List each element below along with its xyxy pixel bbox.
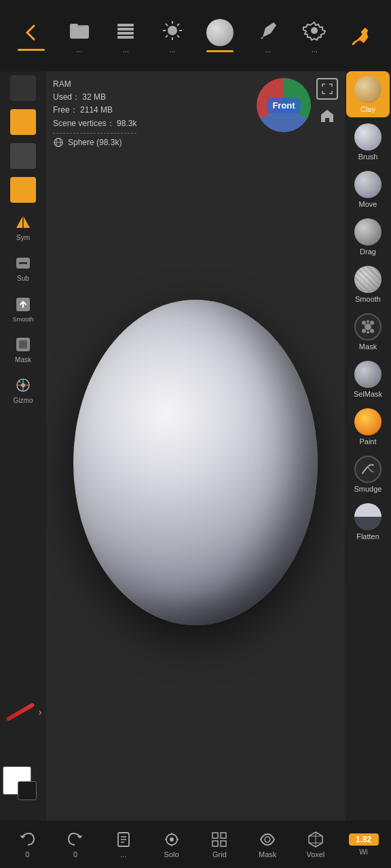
bottom-toolbar: 0 0 ... Solo <box>0 821 391 868</box>
smooth-left-button[interactable]: Smooth <box>3 288 43 329</box>
smooth-tool-button[interactable]: Smooth <box>346 261 390 307</box>
svg-point-37 <box>370 329 374 333</box>
svg-point-36 <box>362 329 366 333</box>
mask-left-button[interactable]: Mask <box>3 329 43 370</box>
pen-button[interactable]: ... <box>256 18 280 54</box>
material-button[interactable] <box>206 19 234 52</box>
flatten-tool-button[interactable]: Flatten <box>346 498 390 545</box>
layers-button[interactable]: ... <box>113 18 138 54</box>
svg-point-45 <box>170 837 174 842</box>
mask-bottom-button[interactable]: Mask <box>249 831 286 859</box>
color-swatch-2[interactable] <box>10 109 36 135</box>
svg-point-33 <box>365 323 371 330</box>
expand-button[interactable] <box>316 78 338 100</box>
move-tool-button[interactable]: Move <box>346 166 390 212</box>
color-preview-area[interactable] <box>3 756 43 800</box>
orientation-gizmo[interactable]: Front <box>257 78 311 132</box>
folder-button[interactable]: ... <box>67 18 92 54</box>
model-info: Sphere (98.3k) <box>53 136 136 149</box>
right-sidebar: Clay Brush Move Drag Smooth <box>345 71 391 821</box>
sym-button[interactable]: Sym <box>3 207 43 248</box>
wi-value-button[interactable]: 1.82 Wi <box>345 833 382 856</box>
sphere-mesh <box>73 300 318 625</box>
grid-button[interactable]: Grid <box>201 831 238 859</box>
tools-button[interactable] <box>349 24 373 48</box>
svg-point-28 <box>21 383 25 387</box>
vertices-info: Scene vertices： 98.3k <box>53 117 136 130</box>
svg-rect-1 <box>70 24 78 28</box>
svg-line-13 <box>177 24 179 26</box>
svg-line-11 <box>166 24 168 26</box>
top-toolbar: ... ... ... <box>0 0 391 71</box>
svg-line-15 <box>261 37 263 39</box>
svg-point-16 <box>311 27 318 34</box>
svg-rect-4 <box>117 32 134 35</box>
svg-rect-50 <box>212 833 218 838</box>
color-swatch-3[interactable] <box>10 143 36 169</box>
color-swatch-4[interactable] <box>10 177 36 203</box>
clay-tool-button[interactable]: Clay <box>346 71 390 117</box>
color-fg-swatch <box>18 781 37 800</box>
mesh-icon <box>53 137 64 148</box>
info-panel: RAM Used： 32 MB Free： 2114 MB Scene vert… <box>53 78 136 149</box>
svg-line-12 <box>177 35 179 37</box>
gizmo-button[interactable]: Gizmo <box>3 370 43 410</box>
svg-point-39 <box>367 331 369 334</box>
svg-point-54 <box>265 837 270 842</box>
paint-tool-button[interactable]: Paint <box>346 403 390 450</box>
lighting-button[interactable]: ... <box>160 18 185 54</box>
selmask-tool-button[interactable]: SelMask <box>346 356 390 402</box>
smudge-tool-button[interactable]: Smudge <box>346 451 390 497</box>
home-button[interactable] <box>316 105 338 127</box>
free-info: Free： 2114 MB <box>53 104 136 117</box>
svg-rect-53 <box>221 841 226 846</box>
svg-line-29 <box>19 381 20 382</box>
color-swatch-1[interactable] <box>10 75 36 101</box>
svg-rect-24 <box>19 340 27 349</box>
canvas-area[interactable]: RAM Used： 32 MB Free： 2114 MB Scene vert… <box>46 71 345 821</box>
svg-point-34 <box>362 321 366 325</box>
svg-point-35 <box>370 321 374 325</box>
svg-rect-3 <box>117 28 134 31</box>
brush-stroke-preview <box>5 703 35 722</box>
svg-line-17 <box>353 41 356 44</box>
svg-rect-5 <box>117 36 134 39</box>
back-button[interactable] <box>18 20 45 51</box>
sub-button[interactable]: Sub <box>3 248 43 288</box>
ram-label: RAM <box>53 78 136 91</box>
used-info: Used： 32 MB <box>53 91 136 104</box>
voxel-button[interactable]: Voxel <box>297 831 334 859</box>
svg-point-38 <box>367 320 369 323</box>
brush-tool-button[interactable]: Brush <box>346 119 390 165</box>
solo-button[interactable]: Solo <box>153 831 190 859</box>
drag-tool-button[interactable]: Drag <box>346 214 390 260</box>
redo-button[interactable]: 0 <box>57 831 94 859</box>
scene-button[interactable]: ... <box>105 831 142 859</box>
svg-line-14 <box>166 35 168 37</box>
brush-expand-arrow: › <box>39 707 42 717</box>
svg-rect-52 <box>212 841 218 846</box>
settings-button[interactable]: ... <box>302 18 327 54</box>
svg-point-6 <box>168 26 177 35</box>
undo-button[interactable]: 0 <box>9 831 46 859</box>
svg-rect-2 <box>117 24 134 26</box>
viewport-controls <box>316 78 338 127</box>
brush-stroke-area[interactable]: › <box>0 685 46 739</box>
mask-tool-button[interactable]: Mask <box>346 309 390 355</box>
svg-rect-51 <box>221 833 226 838</box>
